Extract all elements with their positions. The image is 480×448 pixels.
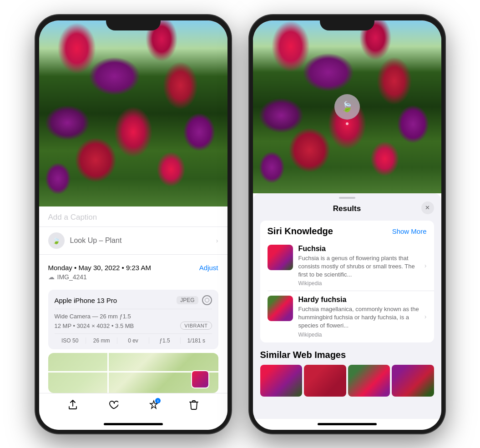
leaf-icon: 🍃 <box>341 101 353 113</box>
right-phone-screen: 🍃 Results ✕ Siri Knowledge Show More <box>253 20 441 430</box>
mp-text: 12 MP • 3024 × 4032 • 3.5 MB <box>55 322 134 329</box>
similar-web-section: Similar Web Images <box>260 350 434 397</box>
fuchsia-description: Fuchsia is a genus of flowering plants t… <box>298 254 419 279</box>
cloud-icon: ☁ <box>48 273 55 281</box>
adjust-button[interactable]: Adjust <box>199 264 218 272</box>
camera-spec: Wide Camera — 26 mm ƒ1.5 <box>55 313 212 320</box>
date-section: Monday • May 30, 2022 • 9:23 AM Adjust ☁… <box>39 258 227 286</box>
siri-visual-lookup-button[interactable]: 🍃 <box>334 94 360 120</box>
results-title: Results <box>333 204 361 213</box>
web-image-4[interactable] <box>392 365 434 397</box>
siri-knowledge-title: Siri Knowledge <box>268 226 333 237</box>
device-section: Apple iPhone 13 Pro JPEG Wide Camera — 2… <box>48 290 218 349</box>
fuchsia-title: Fuchsia <box>298 245 419 253</box>
like-icon[interactable] <box>108 400 118 413</box>
lookup-chevron-icon: › <box>216 237 218 244</box>
exif-mm: 26 mm <box>86 337 117 344</box>
exif-shutter: 1/181 s <box>181 337 212 344</box>
caption-area[interactable]: Add a Caption <box>39 206 227 227</box>
info-sparkle-icon[interactable]: i <box>149 400 159 413</box>
lens-icon <box>202 295 212 305</box>
left-phone: Add a Caption 🍃 Look Up – Plant › Monday… <box>35 15 231 433</box>
show-more-button[interactable]: Show More <box>392 227 427 235</box>
caption-placeholder[interactable]: Add a Caption <box>48 213 97 221</box>
siri-dot <box>346 122 349 125</box>
results-header: Results ✕ <box>253 199 441 217</box>
vibrant-badge: VIBRANT <box>180 322 212 330</box>
right-phone: 🍃 Results ✕ Siri Knowledge Show More <box>249 15 445 433</box>
siri-knowledge-section: Siri Knowledge Show More Fuchsia Fuchsia… <box>260 221 434 342</box>
hardy-fuchsia-thumbnail <box>268 296 293 321</box>
hardy-fuchsia-chevron-icon: › <box>424 313 427 320</box>
knowledge-item-hardy-fuchsia[interactable]: Hardy fuchsia Fuchsia magellanica, commo… <box>260 291 434 342</box>
web-image-1[interactable] <box>260 365 303 397</box>
exif-ev: 0 ev <box>117 337 149 344</box>
lookup-label: Look Up – Plant <box>70 237 122 245</box>
exif-iso: ISO 50 <box>55 337 86 344</box>
device-name: Apple iPhone 13 Pro <box>55 297 117 304</box>
fuchsia-content: Fuchsia Fuchsia is a genus of flowering … <box>298 245 419 287</box>
results-sheet: Results ✕ Siri Knowledge Show More Fuchs… <box>253 193 441 419</box>
close-button[interactable]: ✕ <box>421 201 434 214</box>
left-phone-screen: Add a Caption 🍃 Look Up – Plant › Monday… <box>39 20 227 430</box>
hardy-fuchsia-description: Fuchsia magellanica, commonly known as t… <box>298 305 419 330</box>
web-image-3[interactable] <box>348 365 390 397</box>
home-indicator <box>39 419 227 429</box>
info-badge: i <box>155 398 161 403</box>
web-image-2[interactable] <box>304 365 346 397</box>
fuchsia-thumbnail <box>268 245 293 270</box>
device-badges: JPEG <box>177 295 212 305</box>
similar-web-title: Similar Web Images <box>260 350 434 360</box>
fuchsia-source: Wikipedia <box>298 280 419 287</box>
exif-row: ISO 50 26 mm 0 ev ƒ1.5 1/181 s <box>55 333 212 344</box>
hardy-fuchsia-title: Hardy fuchsia <box>298 296 419 304</box>
home-indicator-right <box>253 419 441 430</box>
hardy-fuchsia-content: Hardy fuchsia Fuchsia magellanica, commo… <box>298 296 419 338</box>
info-section: 🍃 Look Up – Plant › <box>39 227 227 255</box>
share-icon[interactable] <box>68 400 78 413</box>
web-images-row <box>260 365 434 397</box>
lookup-row[interactable]: 🍃 Look Up – Plant › <box>48 227 218 254</box>
delete-icon[interactable] <box>189 400 198 413</box>
leaf-icon: 🍃 <box>48 232 65 249</box>
map-section[interactable] <box>48 353 218 393</box>
bottom-toolbar: i <box>39 393 227 419</box>
filename-text: IMG_4241 <box>57 273 87 281</box>
photo-fuchsia-right: 🍃 <box>253 20 441 193</box>
hardy-fuchsia-source: Wikipedia <box>298 332 419 338</box>
format-badge: JPEG <box>177 296 198 304</box>
exif-aperture: ƒ1.5 <box>149 337 181 344</box>
map-pin <box>191 370 209 388</box>
date-text: Monday • May 30, 2022 • 9:23 AM <box>48 264 151 272</box>
fuchsia-chevron-icon: › <box>424 262 427 269</box>
section-header: Siri Knowledge Show More <box>260 221 434 240</box>
knowledge-item-fuchsia[interactable]: Fuchsia Fuchsia is a genus of flowering … <box>260 240 434 292</box>
photo-fuchsia-left[interactable] <box>39 20 227 207</box>
